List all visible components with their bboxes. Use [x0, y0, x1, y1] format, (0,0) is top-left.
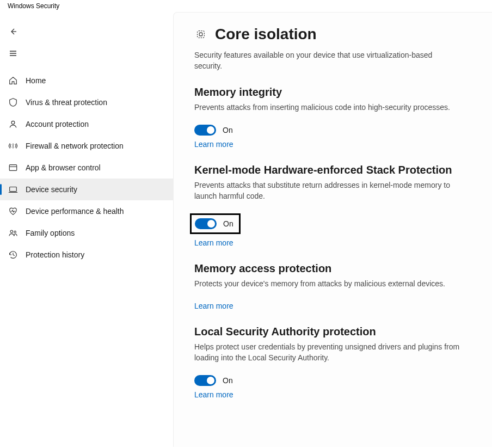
sidebar-item-home[interactable]: Home [0, 70, 173, 91]
svg-rect-6 [199, 33, 202, 36]
svg-rect-5 [198, 31, 205, 38]
sidebar-item-label: Family options [26, 229, 75, 237]
main-content: Core isolation Security features availab… [173, 12, 492, 447]
network-icon [8, 140, 19, 151]
chip-icon [194, 28, 207, 41]
section-desc: Helps protect user credentials by preven… [194, 341, 461, 364]
sidebar-item-device-security[interactable]: Device security [0, 179, 173, 200]
section-title: Memory access protection [194, 262, 461, 275]
toggle-state-label: On [223, 126, 233, 134]
kmhsp-toggle[interactable] [195, 218, 217, 229]
sidebar-item-label: Firewall & network protection [26, 142, 124, 150]
sidebar-item-virus-threat[interactable]: Virus & threat protection [0, 91, 173, 113]
section-memory-integrity: Memory integrity Prevents attacks from i… [194, 86, 461, 149]
people-icon [8, 228, 19, 238]
sidebar-item-firewall[interactable]: Firewall & network protection [0, 135, 173, 157]
toggle-state-label: On [223, 376, 233, 385]
back-button[interactable] [3, 22, 23, 41]
svg-point-3 [10, 230, 13, 233]
window-title: Windows Security [0, 0, 492, 12]
toggle-state-label: On [223, 219, 233, 228]
sidebar-item-label: Account protection [26, 120, 89, 128]
memory-integrity-toggle[interactable] [194, 125, 216, 136]
svg-point-4 [14, 231, 16, 233]
section-title: Kernel-mode Hardware-enforced Stack Prot… [194, 164, 461, 176]
sidebar-item-label: Device performance & health [26, 207, 124, 216]
sidebar-item-family-options[interactable]: Family options [0, 222, 173, 244]
home-icon [8, 75, 19, 86]
sidebar-item-account-protection[interactable]: Account protection [0, 113, 173, 135]
svg-rect-1 [9, 165, 17, 171]
sidebar-item-label: Protection history [26, 250, 84, 259]
page-title: Core isolation [215, 26, 317, 43]
arrow-left-icon [9, 27, 17, 36]
heart-pulse-icon [8, 206, 19, 217]
shield-icon [8, 97, 19, 108]
hamburger-icon [9, 49, 17, 58]
svg-rect-2 [10, 187, 17, 192]
hamburger-button[interactable] [3, 44, 23, 63]
svg-point-0 [11, 121, 15, 124]
section-lsa: Local Security Authority protection Help… [194, 326, 461, 400]
section-desc: Prevents attacks from inserting maliciou… [194, 102, 461, 113]
learn-more-link[interactable]: Learn more [194, 238, 233, 247]
sidebar-item-performance-health[interactable]: Device performance & health [0, 200, 173, 222]
learn-more-link[interactable]: Learn more [194, 390, 233, 399]
sidebar-item-app-browser[interactable]: App & browser control [0, 157, 173, 179]
section-memory-access: Memory access protection Protects your d… [194, 262, 461, 310]
section-desc: Protects your device's memory from attac… [194, 278, 461, 289]
sidebar-item-protection-history[interactable]: Protection history [0, 244, 173, 266]
laptop-icon [8, 184, 19, 195]
sidebar-item-label: Virus & threat protection [26, 98, 107, 107]
sidebar-item-label: Device security [26, 185, 77, 194]
history-icon [8, 249, 19, 260]
learn-more-link[interactable]: Learn more [194, 140, 233, 149]
learn-more-link[interactable]: Learn more [194, 302, 233, 310]
sidebar-item-label: Home [26, 76, 46, 85]
section-title: Local Security Authority protection [194, 326, 461, 338]
page-subtitle: Security features available on your devi… [194, 50, 461, 72]
sidebar: Home Virus & threat protection Account p… [0, 12, 173, 447]
sidebar-item-label: App & browser control [26, 163, 101, 172]
browser-icon [8, 162, 19, 173]
section-desc: Prevents attacks that substitute return … [194, 180, 461, 202]
person-icon [8, 119, 19, 130]
lsa-toggle[interactable] [194, 375, 216, 386]
section-title: Memory integrity [194, 86, 461, 99]
section-kmhsp: Kernel-mode Hardware-enforced Stack Prot… [194, 164, 461, 248]
highlighted-toggle-box: On [190, 213, 241, 234]
